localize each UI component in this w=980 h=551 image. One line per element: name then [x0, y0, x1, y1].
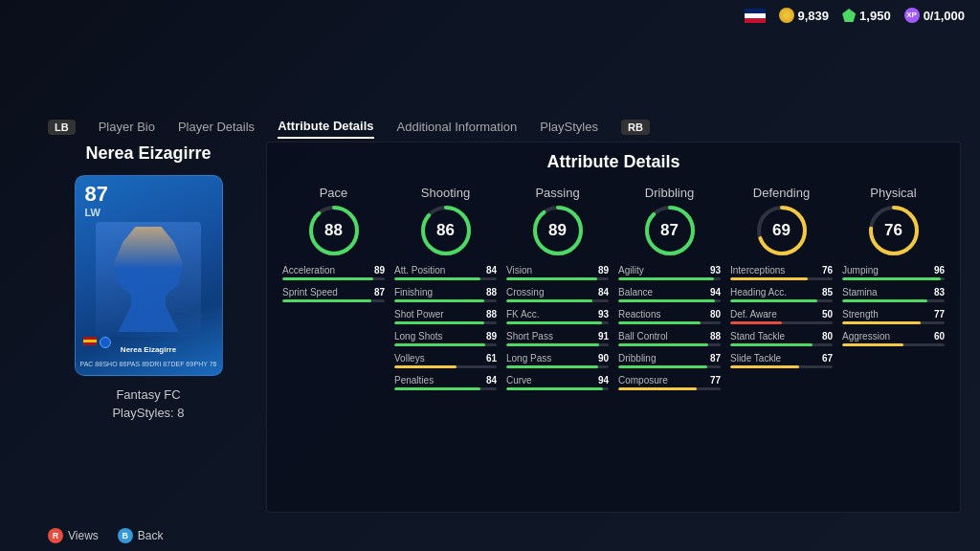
player-name-title: Nerea Eizagirre [85, 143, 211, 164]
attr-col-shooting: Shooting 86 Att. Position 84 Finishing 8… [394, 186, 497, 397]
stat-label: Sprint Speed [282, 287, 338, 298]
coins-display: 9,839 [779, 8, 830, 23]
views-button[interactable]: R Views [48, 528, 99, 543]
stat-value: 87 [374, 287, 385, 298]
stat-row: Heading Acc. 85 [730, 287, 833, 302]
stat-label: Aggression [842, 331, 890, 342]
xp-display: XP 0/1,000 [904, 8, 965, 23]
stat-value: 84 [486, 265, 497, 276]
stat-bar-fill [842, 321, 921, 324]
attribute-panel: Attribute Details Pace 88 Acceleration 8… [266, 142, 961, 513]
card-position: LW [85, 207, 101, 218]
tab-playstyles[interactable]: PlayStyles [540, 116, 598, 138]
stat-value: 93 [710, 265, 721, 276]
stat-bar-fill [730, 277, 808, 280]
stat-label: Short Pass [506, 331, 553, 342]
stat-label: Slide Tackle [730, 353, 781, 364]
tab-additional-information[interactable]: Additional Information [397, 116, 518, 138]
stat-value: 84 [486, 375, 497, 386]
stat-label: Vision [506, 265, 532, 276]
stat-row: Balance 94 [618, 287, 721, 302]
stat-bar-fill [282, 299, 371, 302]
stat-bar-fill [842, 299, 927, 302]
lb-button[interactable]: LB [48, 120, 76, 135]
stat-label: Crossing [506, 287, 544, 298]
stat-value: 90 [598, 353, 609, 364]
stat-label: Penalties [394, 375, 434, 386]
stat-bar-fill [506, 299, 592, 302]
left-panel: Nerea Eizagirre 87 LW Nerea Eizagirre PA… [48, 143, 249, 420]
stat-row: Long Pass 90 [506, 353, 609, 368]
stat-bar-fill [730, 365, 799, 368]
circle-score-pace: 88 [307, 204, 361, 257]
stat-label: Ball Control [618, 331, 668, 342]
back-button[interactable]: B Back [118, 528, 164, 543]
stat-value: 80 [822, 331, 833, 342]
tab-player-details[interactable]: Player Details [178, 116, 255, 138]
stat-bar-fill [506, 387, 603, 390]
stat-bar-fill [282, 277, 373, 280]
stat-value: 76 [822, 265, 833, 276]
stat-row: Short Pass 91 [506, 331, 609, 346]
circle-val-passing: 89 [531, 204, 585, 257]
stat-bar-fill [730, 299, 817, 302]
stat-row: Stamina 83 [842, 287, 945, 302]
circle-score-physical: 76 [867, 204, 921, 257]
tab-player-bio[interactable]: Player Bio [99, 116, 155, 138]
stat-row: Slide Tackle 67 [730, 353, 833, 368]
stat-bar-fill [506, 277, 597, 280]
circle-score-defending: 69 [755, 204, 809, 257]
xp-value: 0/1,000 [924, 9, 965, 23]
stat-row: Finishing 88 [394, 287, 497, 302]
attr-col-title-pace: Pace [320, 186, 348, 200]
attr-col-passing: Passing 89 Vision 89 Crossing 84 FK Acc.… [506, 186, 609, 397]
stat-row: Att. Position 84 [394, 265, 497, 280]
attribute-columns: Pace 88 Acceleration 89 Sprint Speed 87 … [282, 186, 945, 397]
country-flag-icon [745, 9, 766, 23]
stat-value: 83 [934, 287, 945, 298]
player-silhouette [105, 227, 191, 332]
stat-row: Acceleration 89 [282, 265, 385, 280]
stat-value: 96 [934, 265, 945, 276]
tab-attribute-details[interactable]: Attribute Details [278, 115, 373, 139]
stat-label: Long Pass [506, 353, 551, 364]
stat-row: Shot Power 88 [394, 309, 497, 324]
stat-row: Agility 93 [618, 265, 721, 280]
stat-label: Agility [618, 265, 644, 276]
stat-row: Strength 77 [842, 309, 945, 324]
stat-row: Aggression 60 [842, 331, 945, 346]
stat-label: Att. Position [394, 265, 445, 276]
stat-value: 84 [598, 287, 609, 298]
stat-label: Interceptions [730, 265, 785, 276]
attribute-panel-title: Attribute Details [282, 152, 945, 172]
stat-value: 85 [822, 287, 833, 298]
attr-col-defending: Defending 69 Interceptions 76 Heading Ac… [730, 186, 833, 397]
stat-row: Vision 89 [506, 265, 609, 280]
stat-bar-fill [394, 343, 485, 346]
stat-value: 93 [598, 309, 609, 320]
stat-label: Shot Power [394, 309, 444, 320]
stat-row: Jumping 96 [842, 265, 945, 280]
card-stats-row: PAC 88 SHO 86 PAS 89 DRI 87 DEF 69 PHY 7… [80, 361, 217, 367]
b-button-icon: B [118, 528, 133, 543]
attr-col-title-defending: Defending [753, 186, 810, 200]
attr-col-dribbling: Dribbling 87 Agility 93 Balance 94 React… [618, 186, 721, 397]
stat-bar-fill [394, 387, 480, 390]
stat-bar-fill [730, 321, 782, 324]
stat-value: 77 [710, 375, 721, 386]
stat-bar-fill [618, 365, 707, 368]
club-name: Fantasy FC [116, 387, 180, 402]
circle-val-physical: 76 [867, 204, 921, 257]
stat-bar-fill [394, 365, 457, 368]
stat-row: FK Acc. 93 [506, 309, 609, 324]
circle-score-passing: 89 [531, 204, 585, 257]
circle-val-defending: 69 [755, 204, 809, 257]
attr-col-title-dribbling: Dribbling [645, 186, 694, 200]
stat-value: 88 [486, 287, 497, 298]
stat-label: FK Acc. [506, 309, 539, 320]
stat-bar-fill [618, 343, 708, 346]
rb-button[interactable]: RB [621, 120, 650, 135]
attr-col-title-physical: Physical [870, 186, 916, 200]
stat-row: Crossing 84 [506, 287, 609, 302]
currency2-value: 1,950 [859, 9, 891, 23]
